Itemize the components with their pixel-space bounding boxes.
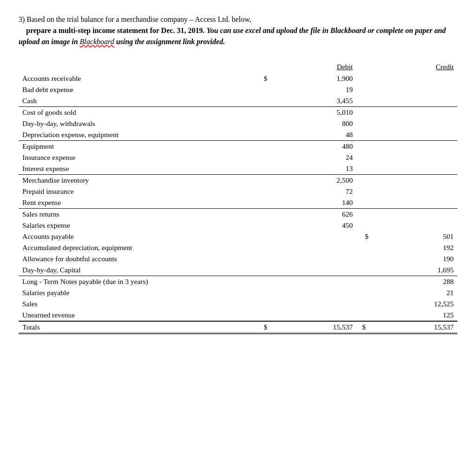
account-name: Insurance expense xyxy=(19,152,260,163)
bold-instruction: prepare a multi-step income statement fo… xyxy=(26,26,205,34)
debit-value: 48 xyxy=(260,129,357,141)
table-row: Accounts receivable$1,900 xyxy=(19,73,457,84)
table-row: Salaries expense450 xyxy=(19,220,457,231)
debit-value: 24 xyxy=(260,152,357,163)
table-row: Rent expense140 xyxy=(19,197,457,209)
table-row: Long - Term Notes payable (due in 3 year… xyxy=(19,276,457,288)
credit-value: 192 xyxy=(357,242,457,253)
account-name: Salaries payable xyxy=(19,287,260,298)
question-number: 3) xyxy=(19,15,25,23)
debit-value: 480 xyxy=(260,141,357,152)
account-name: Merchandise inventory xyxy=(19,175,260,186)
dollar-sign: $ xyxy=(264,323,267,331)
credit-value xyxy=(357,209,457,220)
debit-value: $1,900 xyxy=(260,73,357,84)
table-row: Allowance for doubtful accounts190 xyxy=(19,253,457,264)
trial-balance-table: Debit Credit Accounts receivable$1,900Ba… xyxy=(19,61,457,334)
account-name: Bad debt expense xyxy=(19,84,260,95)
credit-value xyxy=(357,118,457,129)
credit-value xyxy=(357,95,457,107)
account-name: Accumulated depreciation, equipment xyxy=(19,242,260,253)
table-row: Day-by-day, Capital1,695 xyxy=(19,264,457,276)
debit-value xyxy=(260,287,357,298)
table-row: Interest expense13 xyxy=(19,163,457,175)
account-name: Allowance for doubtful accounts xyxy=(19,253,260,264)
credit-value: 12,525 xyxy=(357,298,457,310)
account-name: Accounts payable xyxy=(19,231,260,242)
table-row: Cost of goods sold5,010 xyxy=(19,107,457,119)
account-name: Cost of goods sold xyxy=(19,107,260,119)
credit-value: 125 xyxy=(357,310,457,321)
credit-value: 21 xyxy=(357,287,457,298)
credit-value xyxy=(357,129,457,141)
table-row: Sales12,525 xyxy=(19,298,457,310)
account-name: Salaries expense xyxy=(19,220,260,231)
table-row: Equipment480 xyxy=(19,141,457,152)
account-name: Long - Term Notes payable (due in 3 year… xyxy=(19,276,260,288)
account-name: Accounts receivable xyxy=(19,73,260,84)
credit-value xyxy=(357,186,457,197)
credit-amount: 501 xyxy=(443,232,454,240)
account-name: Sales xyxy=(19,298,260,310)
debit-value xyxy=(260,276,357,288)
account-name: Prepaid insurance xyxy=(19,186,260,197)
debit-value xyxy=(260,310,357,321)
table-row: Accumulated depreciation, equipment192 xyxy=(19,242,457,253)
dollar-sign: $ xyxy=(264,74,267,83)
table-header-row: Debit Credit xyxy=(19,61,457,73)
debit-value: 19 xyxy=(260,84,357,95)
table-row: Merchandise inventory2,500 xyxy=(19,175,457,186)
account-name: Unearned revenue xyxy=(19,310,260,321)
col-debit-header: Debit xyxy=(260,61,357,73)
account-name: Depreciation expense, equipment xyxy=(19,129,260,141)
debit-value: 140 xyxy=(260,197,357,209)
debit-value: 5,010 xyxy=(260,107,357,119)
debit-value: 626 xyxy=(260,209,357,220)
blackboard-word: Blackboard xyxy=(80,38,114,46)
totals-row: Totals$15,537$15,537 xyxy=(19,321,457,334)
table-row: Unearned revenue125 xyxy=(19,310,457,321)
dollar-sign: $ xyxy=(362,323,366,331)
table-row: Bad debt expense19 xyxy=(19,84,457,95)
account-name: Sales returns xyxy=(19,209,260,220)
totals-label: Totals xyxy=(19,321,260,334)
debit-value xyxy=(260,242,357,253)
credit-value xyxy=(357,141,457,152)
credit-value xyxy=(357,197,457,209)
totals-credit: $15,537 xyxy=(357,321,457,334)
credit-value: 1,695 xyxy=(357,264,457,276)
debit-value: 3,455 xyxy=(260,95,357,107)
debit-value xyxy=(260,264,357,276)
credit-value: 288 xyxy=(357,276,457,288)
credit-value xyxy=(357,163,457,175)
totals-credit-amount: 15,537 xyxy=(434,323,454,331)
debit-value: 800 xyxy=(260,118,357,129)
debit-value: 2,500 xyxy=(260,175,357,186)
account-name: Interest expense xyxy=(19,163,260,175)
debit-value: 13 xyxy=(260,163,357,175)
table-row: Cash3,455 xyxy=(19,95,457,107)
totals-debit: $15,537 xyxy=(260,321,357,334)
account-name: Rent expense xyxy=(19,197,260,209)
question-intro-text: Based on the trial balance for a merchan… xyxy=(26,15,251,23)
account-name: Equipment xyxy=(19,141,260,152)
table-row: Salaries payable21 xyxy=(19,287,457,298)
debit-value: 450 xyxy=(260,220,357,231)
credit-value xyxy=(357,84,457,95)
question-text: 3) Based on the trial balance for a merc… xyxy=(19,14,457,47)
question-container: 3) Based on the trial balance for a merc… xyxy=(19,14,457,334)
col-credit-header: Credit xyxy=(357,61,457,73)
table-row: Insurance expense24 xyxy=(19,152,457,163)
debit-value: 72 xyxy=(260,186,357,197)
credit-value: 190 xyxy=(357,253,457,264)
credit-value xyxy=(357,175,457,186)
credit-value xyxy=(357,220,457,231)
dollar-sign: $ xyxy=(365,232,369,241)
table-row: Sales returns626 xyxy=(19,209,457,220)
debit-value xyxy=(260,231,357,242)
table-row: Depreciation expense, equipment48 xyxy=(19,129,457,141)
credit-value xyxy=(357,73,457,84)
debit-value xyxy=(260,253,357,264)
account-name: Cash xyxy=(19,95,260,107)
credit-value: $501 xyxy=(357,231,457,242)
